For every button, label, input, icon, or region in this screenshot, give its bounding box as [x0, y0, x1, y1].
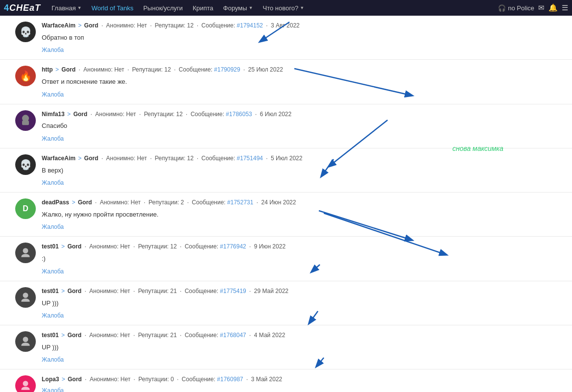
svg-point-5 [23, 381, 28, 387]
msg-link[interactable]: #1794152 [237, 22, 263, 29]
brand-prefix: 4 [4, 3, 9, 13]
post-body: test01 > Gord · Анонимно: Нет · Репутаци… [42, 287, 564, 319]
report-button[interactable]: Жалоба [42, 223, 64, 230]
post-author: Nimfa13 [42, 111, 65, 118]
post-date: 3 Авг 2022 [271, 22, 300, 29]
post-author: WarfaceAim [42, 155, 76, 162]
post-author: test01 [42, 288, 59, 294]
avatar [15, 287, 36, 308]
arrow-icon: > [78, 22, 83, 29]
user-menu[interactable]: 🎧 no Police [498, 4, 534, 12]
nav-item-forums[interactable]: Форумы ▼ [219, 0, 257, 16]
msg-label: Сообщение: [202, 22, 237, 29]
svg-point-3 [23, 293, 28, 298]
msg-label: Сообщение: [182, 376, 217, 383]
report-button[interactable]: Жалоба [42, 179, 64, 186]
msg-link[interactable]: #1768047 [220, 332, 246, 339]
navbar-right: 🎧 no Police ✉ 🔔 ☰ [498, 3, 568, 12]
nav-item-wot[interactable]: World of Tanks [87, 0, 137, 16]
report-button[interactable]: Жалоба [42, 356, 64, 363]
post-item: 🔥 http > Gord · Анонимно: Нет · Репутаци… [0, 60, 572, 104]
msg-label: Сообщение: [202, 155, 237, 162]
arrow-icon: > [61, 332, 66, 339]
post-meta: Nimfa13 > Gord · Анонимно: Нет · Репутац… [42, 110, 564, 119]
svg-rect-1 [22, 121, 29, 125]
post-text: Спасибо [42, 121, 564, 131]
post-text: :) [42, 254, 564, 264]
arrow-icon: > [72, 199, 77, 206]
post-meta: test01 > Gord · Анонимно: Нет · Репутаци… [42, 287, 564, 295]
report-button[interactable]: Жалоба [42, 312, 64, 319]
post-item: test01 > Gord · Анонимно: Нет · Репутаци… [0, 281, 572, 325]
post-actions: Жалоба [42, 356, 564, 363]
post-target: Gord [68, 376, 82, 383]
post-target: Gord [67, 288, 81, 294]
post-body: WarfaceAim > Gord · Анонимно: Нет · Репу… [42, 22, 564, 53]
avatar: 💀 [15, 154, 36, 175]
msg-label: Сообщение: [184, 288, 220, 294]
rep-label: Репутации: 2 [149, 199, 184, 206]
report-button[interactable]: Жалоба [42, 47, 64, 53]
post-indicator [8, 22, 9, 53]
post-item: test01 > Gord · Анонимно: Нет · Репутаци… [0, 237, 572, 281]
anon-label: Анонимно: Нет [89, 243, 130, 250]
msg-link[interactable]: #1751494 [237, 155, 263, 162]
msg-link[interactable]: #1752731 [227, 199, 253, 206]
post-text: В верх) [42, 166, 564, 175]
arrow-icon: > [67, 111, 72, 118]
mail-icon[interactable]: ✉ [538, 3, 545, 12]
post-indicator [8, 243, 9, 274]
post-indicator [8, 110, 9, 142]
post-item: test01 > Gord · Анонимно: Нет · Репутаци… [0, 325, 572, 369]
msg-link[interactable]: #1760987 [217, 376, 243, 383]
nav-wot-label: World of Tanks [91, 4, 133, 12]
nav-forums-label: Форумы [223, 4, 247, 12]
anon-label: Анонимно: Нет [89, 332, 130, 339]
report-button[interactable]: Жалоба [42, 387, 64, 392]
post-target: Gord [67, 332, 81, 339]
avatar: D [15, 198, 36, 219]
brand-logo[interactable]: 4CHEaT [4, 3, 41, 13]
msg-label: Сообщение: [184, 243, 220, 250]
username: no Police [508, 4, 534, 12]
svg-point-4 [23, 337, 28, 342]
msg-link[interactable]: #1775419 [220, 288, 246, 294]
post-date: 4 Май 2022 [254, 332, 286, 339]
nav-item-market[interactable]: Рынок/услуги [139, 0, 187, 16]
post-date: 24 Июн 2022 [261, 199, 296, 206]
msg-link[interactable]: #1776942 [220, 243, 246, 250]
msg-link[interactable]: #1790929 [214, 66, 240, 73]
menu-icon[interactable]: ☰ [562, 3, 568, 12]
rep-label: Репутации: 0 [138, 376, 174, 383]
msg-label: Сообщение: [184, 332, 220, 339]
post-meta: deadPass > Gord · Анонимно: Нет · Репута… [42, 198, 564, 207]
nav-market-label: Рынок/услуги [143, 4, 183, 12]
post-author: http [42, 66, 53, 73]
nav-item-whats-new[interactable]: Что нового? ▼ [259, 0, 309, 16]
nav-crypto-label: Крипта [193, 4, 213, 12]
post-meta: Lopa3 > Gord · Анонимно: Нет · Репутации… [42, 375, 564, 384]
post-target: Gord [78, 199, 92, 206]
post-actions: Жалоба [42, 268, 564, 275]
rep-label: Репутации: 12 [155, 155, 194, 162]
post-actions: Жалоба [42, 46, 564, 53]
post-target: Gord [61, 66, 76, 73]
rep-label: Репутации: 12 [144, 111, 182, 118]
post-meta: test01 > Gord · Анонимно: Нет · Репутаци… [42, 331, 564, 340]
post-body: http > Gord · Анонимно: Нет · Репутации:… [42, 66, 564, 98]
brand-name: CHEaT [9, 3, 41, 13]
report-button[interactable]: Жалоба [42, 135, 64, 142]
anon-label: Анонимно: Нет [83, 66, 124, 73]
navbar: 4CHEaT Главная ▼ World of Tanks Рынок/ус… [0, 0, 572, 16]
nav-item-crypto[interactable]: Крипта [189, 0, 217, 16]
bell-icon[interactable]: 🔔 [548, 3, 558, 12]
msg-link[interactable]: #1786053 [226, 111, 252, 118]
post-meta: http > Gord · Анонимно: Нет · Репутации:… [42, 66, 564, 74]
post-date: 3 Май 2022 [251, 376, 283, 383]
report-button[interactable]: Жалоба [42, 268, 64, 275]
post-meta: WarfaceAim > Gord · Анонимно: Нет · Репу… [42, 154, 564, 163]
report-button[interactable]: Жалоба [42, 91, 64, 98]
nav-item-home[interactable]: Главная ▼ [48, 0, 85, 16]
post-item: 💀 WarfaceAim > Gord · Анонимно: Нет · Ре… [0, 16, 572, 60]
post-indicator [8, 287, 9, 319]
